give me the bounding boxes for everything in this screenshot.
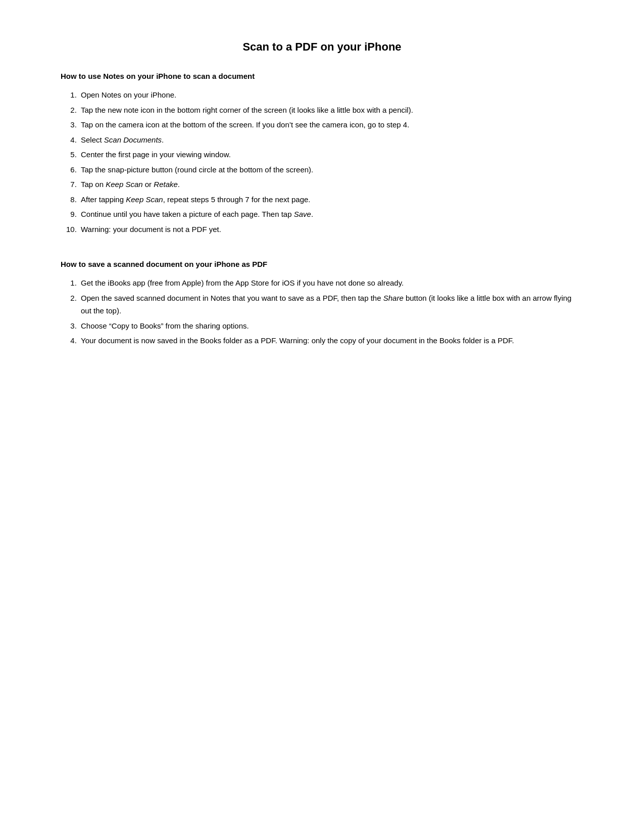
- section-1-heading: How to use Notes on your iPhone to scan …: [61, 72, 583, 80]
- list-item: Center the first page in your viewing wi…: [79, 148, 583, 161]
- list-item: Warning: your document is not a PDF yet.: [79, 223, 583, 236]
- list-item: Tap the snap-picture button (round circl…: [79, 163, 583, 176]
- list-item: Tap on the camera icon at the bottom of …: [79, 118, 583, 131]
- list-item: Get the iBooks app (free from Apple) fro…: [79, 276, 583, 290]
- list-item: Select Scan Documents.: [79, 133, 583, 147]
- section-1-list: Open Notes on your iPhone.Tap the new no…: [79, 88, 583, 236]
- list-item: Tap the new note icon in the bottom righ…: [79, 104, 583, 117]
- page-title: Scan to a PDF on your iPhone: [61, 40, 583, 54]
- section-2-list: Get the iBooks app (free from Apple) fro…: [79, 276, 583, 347]
- section-2: How to save a scanned document on your i…: [61, 260, 583, 347]
- list-item: Continue until you have taken a picture …: [79, 208, 583, 221]
- list-item: Your document is now saved in the Books …: [79, 334, 583, 347]
- list-item: Tap on Keep Scan or Retake.: [79, 178, 583, 191]
- list-item: Open Notes on your iPhone.: [79, 88, 583, 102]
- list-item: Open the saved scanned document in Notes…: [79, 292, 583, 317]
- section-1: How to use Notes on your iPhone to scan …: [61, 72, 583, 236]
- list-item: After tapping Keep Scan, repeat steps 5 …: [79, 193, 583, 206]
- section-2-heading: How to save a scanned document on your i…: [61, 260, 583, 268]
- list-item: Choose “Copy to Books” from the sharing …: [79, 319, 583, 333]
